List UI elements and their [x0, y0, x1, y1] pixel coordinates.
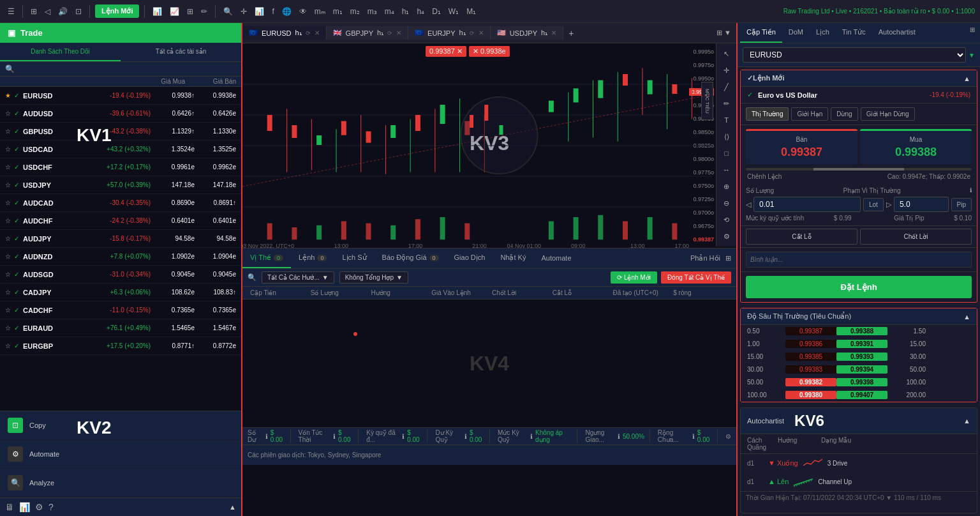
- pair-row-gbpusd[interactable]: ☆ ✓ GBPUSD -43.2 (-0.38%) 1.1329↑ 1.1330…: [0, 123, 241, 140]
- order-type-limit[interactable]: Giới Hạn: [791, 107, 828, 121]
- stop-loss-btn[interactable]: Cắt Lỗ: [746, 229, 858, 245]
- tool-settings[interactable]: ⚙: [719, 229, 734, 244]
- fb-btn[interactable]: f: [269, 6, 276, 17]
- tool-line[interactable]: ╱: [719, 79, 734, 95]
- pair-row-usdjpy[interactable]: ☆ ✓ USDJPY +57.0 (+0.39%) 147.18e 147.18…: [0, 176, 241, 194]
- menu-btn[interactable]: ☰: [5, 6, 17, 17]
- qty-decrement[interactable]: ◁: [746, 201, 751, 209]
- tool-draw[interactable]: ✏: [719, 96, 734, 111]
- pos-tab-automate[interactable]: Automate: [533, 249, 579, 268]
- new-order-pos-btn[interactable]: ⟳ Lệnh Mới: [611, 271, 657, 284]
- tool-crosshair[interactable]: ✛: [719, 63, 734, 78]
- take-profit-btn[interactable]: Chốt Lời: [860, 229, 972, 245]
- bottom-icon-chart[interactable]: 📊: [19, 502, 30, 512]
- tb-btn4[interactable]: ⊡: [73, 6, 84, 17]
- qty-increment[interactable]: ▷: [886, 201, 891, 209]
- zoom-btn[interactable]: 📊: [252, 6, 267, 17]
- pair-row-audjpy[interactable]: ☆ ✓ AUDJPY -15.8 (-0.17%) 94.58e 94.58e: [0, 230, 241, 248]
- pair-row-cadchf[interactable]: ☆ ✓ CADCHF -11.0 (-0.15%) 0.7365e 0.7365…: [0, 301, 241, 319]
- sell-price-box[interactable]: Bán 0.99387: [746, 129, 858, 164]
- draw-btn[interactable]: ✏: [198, 6, 210, 17]
- tool-measure[interactable]: ↔: [719, 162, 734, 178]
- pair-row-audsgd[interactable]: ☆ ✓ AUDSGD -31.0 (-0.34%) 0.9045e 0.9045…: [0, 266, 241, 284]
- pair-row-euraud[interactable]: ☆ ✓ EURAUD +76.1 (+0.49%) 1.5465e 1.5467…: [0, 319, 241, 337]
- m3-btn[interactable]: m₃: [365, 6, 380, 17]
- tb-btn2[interactable]: ◁: [42, 6, 53, 17]
- tool-zoom-in[interactable]: ⊕: [719, 179, 734, 194]
- tool-scroll[interactable]: ⟲: [719, 212, 734, 227]
- pos-tab-vithe[interactable]: Vị Thế 0: [242, 248, 291, 268]
- menu-copy[interactable]: ⊡ Copy: [0, 411, 241, 440]
- pair-row-eurusd[interactable]: ★ ✓ EURUSD -19.4 (-0.19%) 0.9938↑ 0.9938…: [0, 87, 241, 105]
- m4-btn[interactable]: m₄: [382, 6, 397, 17]
- chart-tab-usdjpy[interactable]: 🇺🇸 USDJPY h₁ ✕: [491, 26, 564, 40]
- autochartist-collapse-btn[interactable]: ▲: [963, 417, 970, 425]
- pos-tab-nhatky[interactable]: Nhật Ký: [493, 248, 533, 268]
- chart-tab-eurjpy[interactable]: 🇪🇺 EURJPY h₁ ⟳ ✕: [408, 26, 491, 40]
- w-btn[interactable]: W₁: [446, 6, 461, 17]
- order-type-stoplimit[interactable]: Giới Hạn Dừng: [861, 107, 915, 121]
- settings-acct[interactable]: ⚙: [725, 433, 731, 440]
- rtab-dom[interactable]: DoM: [782, 23, 810, 43]
- tb-btn3[interactable]: 🔊: [56, 6, 70, 17]
- pos-tab-baodong[interactable]: Báo Động Giá 0: [375, 248, 447, 268]
- grid-btn[interactable]: ⊞: [184, 6, 196, 17]
- filter-huong-btn[interactable]: Tất Cả Các Hướ... ▼: [262, 271, 334, 284]
- order-type-market[interactable]: Thị Trường: [746, 107, 789, 121]
- risk-input[interactable]: [894, 197, 949, 212]
- tool-text[interactable]: T: [719, 112, 734, 128]
- qty-input[interactable]: [754, 197, 861, 212]
- close-usdjpy-tab[interactable]: ✕: [551, 29, 556, 36]
- tool-rect[interactable]: □: [719, 146, 734, 161]
- order-collapse-btn[interactable]: ▲: [963, 75, 970, 82]
- chart-view-options[interactable]: ⊞ ▼: [711, 26, 736, 40]
- rtab-captien[interactable]: Cặp Tiền: [740, 23, 782, 43]
- pair-row-usdchf[interactable]: ☆ ✓ USDCHF +17.2 (+0.17%) 0.9961e 0.9962…: [0, 158, 241, 176]
- social-btn[interactable]: 🌐: [279, 6, 294, 17]
- eye-btn[interactable]: 👁: [297, 6, 309, 17]
- close-eurusd-tab[interactable]: ✕: [315, 29, 320, 36]
- menu-automate[interactable]: ⚙ Automate: [0, 440, 241, 469]
- place-order-btn[interactable]: Đặt Lệnh: [746, 276, 972, 298]
- mn-btn[interactable]: M₁: [464, 6, 479, 17]
- tool-arrow[interactable]: ↖: [719, 46, 734, 61]
- close-eurjpy-tab[interactable]: ✕: [479, 29, 484, 36]
- pair-row-audcad[interactable]: ☆ ✓ AUDCAD -30.4 (-0.35%) 0.8690e 0.8691…: [0, 194, 241, 212]
- add-chart-tab[interactable]: +: [563, 26, 579, 41]
- close-all-btn[interactable]: Đóng Tất Cả Vị Thế: [661, 271, 731, 284]
- scroll-up[interactable]: ▲: [229, 503, 236, 511]
- chart-type-btn[interactable]: 📊: [150, 6, 165, 17]
- buy-price-box[interactable]: Mua 0.99388: [860, 129, 972, 164]
- filter-tonghop-btn[interactable]: Không Tổng Hợp ▼: [339, 271, 408, 284]
- pair-row-eurgbp[interactable]: ☆ ✓ EURGBP +17.5 (+0.20%) 0.8771↑ 0.8772…: [0, 337, 241, 355]
- pos-tab-lenh[interactable]: Lệnh 0: [291, 248, 334, 268]
- rtab-autochartist[interactable]: Autochartist: [872, 23, 922, 43]
- crosshair-btn[interactable]: ✛: [238, 6, 249, 17]
- indicator-btn[interactable]: 📈: [167, 6, 182, 17]
- tb-btn1[interactable]: ⊞: [28, 6, 40, 17]
- chart-tab-gbpjpy[interactable]: 🇬🇧 GBPJPY h₁ ⟳ ✕: [327, 26, 409, 40]
- right-panel-expand[interactable]: ⊞: [967, 23, 977, 43]
- pair-row-audusd[interactable]: ☆ ✓ AUDUSD -39.6 (-0.61%) 0.6426↑ 0.6426…: [0, 105, 241, 123]
- mm-btn[interactable]: mₘ: [312, 6, 328, 17]
- h1-btn[interactable]: h₁: [399, 6, 412, 17]
- close-gbpjpy-tab[interactable]: ✕: [396, 29, 401, 36]
- comment-input[interactable]: [746, 252, 972, 268]
- bottom-icon-help[interactable]: ?: [48, 502, 54, 512]
- pair-row-usdcad[interactable]: ☆ ✓ USDCAD +43.2 (+0.32%) 1.3524e 1.3525…: [0, 140, 241, 158]
- tool-fib[interactable]: ⟨⟩: [719, 129, 734, 144]
- bottom-icon-screen[interactable]: 🖥: [5, 502, 14, 512]
- m1-btn[interactable]: m₁: [330, 6, 345, 17]
- depth-collapse-btn[interactable]: ▲: [963, 313, 970, 321]
- tab-watchlist[interactable]: Danh Sách Theo Dõi: [0, 43, 121, 61]
- tab-all-assets[interactable]: Tất cả các tài sản: [121, 43, 241, 61]
- pair-row-cadjpy[interactable]: ☆ ✓ CADJPY +6.3 (+0.06%) 108.62e 108.83↑: [0, 284, 241, 301]
- pair-row-audchf[interactable]: ☆ ✓ AUDCHF -24.2 (-0.38%) 0.6401e 0.6401…: [0, 212, 241, 230]
- d-btn[interactable]: D₁: [429, 6, 443, 17]
- menu-analyze[interactable]: 🔍 Analyze: [0, 469, 241, 497]
- search-btn[interactable]: 🔍: [221, 6, 235, 17]
- chart-tab-eurusd[interactable]: 🇪🇺 EURUSD h₁ ⟳ ✕: [242, 26, 327, 40]
- rtab-tintuc[interactable]: Tin Tức: [836, 23, 872, 43]
- bottom-icon-settings[interactable]: ⚙: [35, 502, 43, 512]
- m2-btn[interactable]: m₂: [348, 6, 362, 17]
